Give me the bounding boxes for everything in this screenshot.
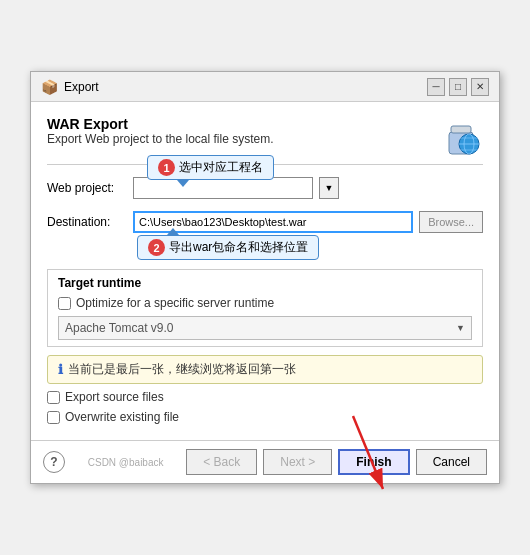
tooltip-box: ℹ 当前已是最后一张，继续浏览将返回第一张 — [47, 355, 483, 384]
web-project-dropdown[interactable]: ▼ — [319, 177, 339, 199]
apache-tomcat-select[interactable]: Apache Tomcat v9.0 ▼ — [58, 316, 472, 340]
optimize-checkbox[interactable] — [58, 297, 71, 310]
browse-button[interactable]: Browse... — [419, 211, 483, 233]
overwrite-row: Overwrite existing file — [47, 410, 483, 424]
web-project-label: Web project: — [47, 181, 127, 195]
overwrite-label: Overwrite existing file — [65, 410, 179, 424]
watermark: CSDN @baiback — [88, 457, 164, 468]
destination-label: Destination: — [47, 215, 127, 229]
apache-tomcat-label: Apache Tomcat v9.0 — [65, 321, 174, 335]
export-dialog: 📦 Export ─ □ ✕ WAR Export Export Web pro… — [30, 71, 500, 484]
annotation-bubble-2: 2 导出war包命名和选择位置 — [137, 235, 319, 260]
war-export-icon — [439, 116, 483, 160]
svg-rect-1 — [451, 126, 471, 133]
export-source-row: Export source files — [47, 390, 483, 404]
export-icon-svg — [439, 116, 483, 160]
web-project-row: Web project: ▼ 1 选中对应工程名 — [47, 177, 483, 199]
tooltip-text: 当前已是最后一张，继续浏览将返回第一张 — [68, 361, 296, 378]
close-button[interactable]: ✕ — [471, 78, 489, 96]
export-source-label: Export source files — [65, 390, 164, 404]
optimize-row: Optimize for a specific server runtime — [58, 296, 472, 310]
cancel-button[interactable]: Cancel — [416, 449, 487, 475]
title-bar-left: 📦 Export — [41, 79, 99, 95]
window-icon: 📦 — [41, 79, 58, 95]
window-title: Export — [64, 80, 99, 94]
war-export-header: WAR Export Export Web project to the loc… — [47, 116, 483, 160]
destination-row: Destination: Browse... 2 导出war包命名和选择位置 — [47, 211, 483, 233]
target-runtime-section: Target runtime Optimize for a specific s… — [47, 269, 483, 347]
apache-tomcat-dropdown-arrow: ▼ — [456, 323, 465, 333]
next-button[interactable]: Next > — [263, 449, 332, 475]
back-button[interactable]: < Back — [186, 449, 257, 475]
web-project-input[interactable] — [133, 177, 313, 199]
overwrite-checkbox[interactable] — [47, 411, 60, 424]
page-subtitle: Export Web project to the local file sys… — [47, 132, 274, 146]
export-source-checkbox[interactable] — [47, 391, 60, 404]
info-icon: ℹ — [58, 362, 63, 377]
button-bar-right: < Back Next > Finish Cancel — [186, 449, 487, 475]
watermark-area: CSDN @baiback — [88, 457, 164, 468]
title-bar: 📦 Export ─ □ ✕ — [31, 72, 499, 102]
dialog-content: WAR Export Export Web project to the loc… — [31, 102, 499, 440]
finish-button[interactable]: Finish — [338, 449, 409, 475]
form-area: Web project: ▼ 1 选中对应工程名 Destination: Br — [47, 177, 483, 424]
optimize-label: Optimize for a specific server runtime — [76, 296, 274, 310]
button-bar: ? CSDN @baiback < Back Next > Finish Can… — [31, 440, 499, 483]
page-title: WAR Export — [47, 116, 274, 132]
annotation-bubble-1: 1 选中对应工程名 — [147, 155, 274, 180]
minimize-button[interactable]: ─ — [427, 78, 445, 96]
target-runtime-title: Target runtime — [58, 276, 472, 290]
help-button[interactable]: ? — [43, 451, 65, 473]
maximize-button[interactable]: □ — [449, 78, 467, 96]
title-bar-controls: ─ □ ✕ — [427, 78, 489, 96]
